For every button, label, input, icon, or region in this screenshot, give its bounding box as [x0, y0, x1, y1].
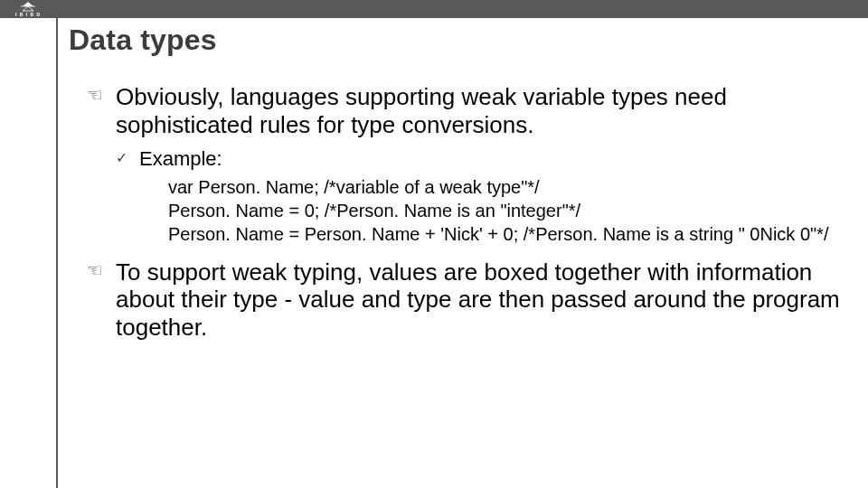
bullet-text: To support weak typing, values are boxed…: [116, 258, 840, 341]
svg-marker-0: [23, 2, 33, 6]
slide-title: Data types: [69, 23, 217, 57]
svg-marker-1: [23, 6, 33, 11]
hand-bullet-icon: ☜: [87, 85, 103, 107]
hand-bullet-icon: ☜: [87, 260, 103, 282]
sub-bullet-item: ✓ Example:: [116, 147, 843, 171]
bullet-text: Obviously, languages supporting weak var…: [116, 83, 727, 138]
code-line: var Person. Name; /*variable of a weak t…: [168, 175, 843, 199]
slide-content: ☜ Obviously, languages supporting weak v…: [87, 83, 843, 351]
code-line: Person. Name = 0; /*Person. Name is an "…: [168, 199, 843, 222]
check-bullet-icon: ✓: [116, 149, 127, 166]
code-block: var Person. Name; /*variable of a weak t…: [168, 175, 843, 246]
left-vertical-rule: [56, 18, 58, 488]
logo-text: I B I B D: [15, 12, 41, 17]
slide: I B I B D Data types ☜ Obviously, langua…: [0, 0, 868, 488]
code-line: Person. Name = Person. Name + 'Nick' + 0…: [168, 222, 843, 246]
logo: I B I B D: [0, 0, 56, 18]
bullet-item: ☜ To support weak typing, values are box…: [87, 258, 843, 342]
bullet-item: ☜ Obviously, languages supporting weak v…: [87, 83, 843, 138]
sub-bullet-text: Example:: [139, 147, 222, 170]
top-bar: [0, 0, 868, 18]
